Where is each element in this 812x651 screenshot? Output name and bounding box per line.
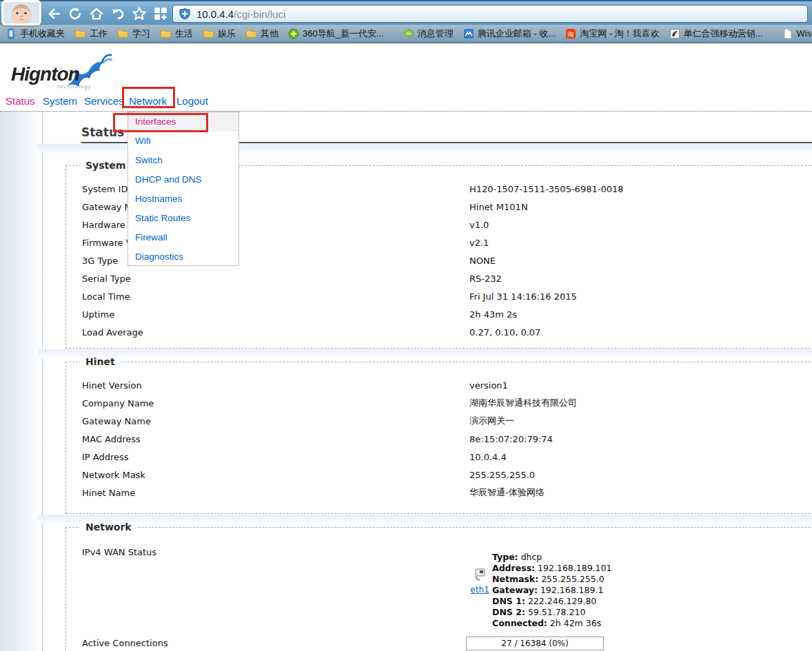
nav-bottom-dotted-line — [0, 111, 812, 112]
bookmark-label: 学习 — [132, 28, 150, 40]
browser-toolbar: 10.0.4.4/cgi-bin/luci — [0, 0, 812, 25]
bookmark-folder-work[interactable]: 工作 — [74, 28, 108, 40]
wan-interface-link[interactable]: eth1 — [468, 585, 491, 595]
table-row: MAC Address8e:15:07:20:79:74 — [66, 430, 812, 448]
bookmark-message-manager[interactable]: 消息管理 — [403, 28, 454, 40]
menu-item-switch[interactable]: Switch — [128, 151, 238, 170]
table-row: Network Mask255.255.255.0 — [66, 466, 812, 484]
bookmark-folder-study[interactable]: 学习 — [117, 28, 150, 40]
apps-grid-icon — [153, 6, 168, 21]
refresh-icon — [68, 6, 83, 21]
active-connections-progressbar: 27 / 16384 (0%) — [466, 637, 604, 650]
bookmarks-bar: 手机收藏夹 工作 学习 生活 娱乐 其他 360导航_新一代安... 消息管理 — [0, 25, 812, 43]
row-value: 2h 43m 2s — [469, 309, 812, 320]
wan-interface-block: eth1 — [468, 568, 491, 595]
system-legend: System — [80, 160, 131, 171]
table-row: Local TimeFri Jul 31 14:16:16 2015 — [66, 287, 812, 305]
row-label: Hinet Version — [82, 380, 469, 391]
bookmark-label: 单仁合强移动营销... — [684, 28, 763, 40]
favorites-button[interactable] — [131, 4, 148, 23]
stamp-icon — [669, 28, 680, 39]
folder-icon — [74, 28, 86, 39]
apps-button[interactable] — [152, 4, 169, 23]
row-label: Serial Type — [82, 273, 469, 284]
bookmark-360-nav[interactable]: 360导航_新一代安... — [288, 28, 384, 40]
logo-brand-text: Hignton — [11, 63, 79, 85]
home-button[interactable] — [88, 4, 105, 23]
browser-avatar[interactable] — [1, 0, 41, 25]
bookmark-label: 360导航_新一代安... — [303, 28, 384, 40]
wan-details: Type:dhcp Address:192.168.189.101 Netmas… — [492, 552, 611, 629]
avatar-photo — [3, 2, 39, 23]
table-row: IP Address10.0.4.4 — [66, 448, 812, 466]
network-legend: Network — [80, 521, 137, 533]
url-text: 10.0.4.4/cgi-bin/luci — [196, 8, 285, 20]
nav-status[interactable]: Status — [6, 95, 35, 107]
hinet-section: Hinet Hinet Versionversion1 Company Name… — [65, 362, 812, 514]
address-bar[interactable]: 10.0.4.4/cgi-bin/luci — [172, 5, 808, 23]
row-value: 0.27, 0.10, 0.07 — [469, 327, 812, 338]
folder-icon — [203, 28, 214, 39]
folder-icon — [245, 28, 257, 39]
bookmark-folder-other[interactable]: 其他 — [245, 28, 278, 40]
menu-item-wifi[interactable]: Wifi — [128, 132, 238, 151]
url-host: 10.0.4.4 — [196, 8, 234, 20]
refresh-button[interactable] — [67, 4, 83, 23]
table-row: Load Average0.27, 0.10, 0.07 — [66, 323, 812, 341]
network-section: Network IPv4 WAN Status eth1 Type:dhcp A… — [65, 527, 812, 651]
bookmark-danren-marketing[interactable]: 单仁合强移动营销... — [669, 28, 763, 40]
wan-detail-line: Type:dhcp — [492, 552, 611, 563]
wan-detail-line: Gateway:192.168.189.1 — [492, 585, 611, 596]
nav-logout[interactable]: Logout — [176, 95, 208, 107]
nav-services[interactable]: Services — [84, 95, 124, 107]
row-value: 华辰智通-体验网络 — [469, 486, 812, 499]
nav-system[interactable]: System — [43, 95, 77, 107]
ethernet-port-icon — [473, 568, 487, 581]
bookmark-label: 腾讯企业邮箱 - 收... — [478, 28, 556, 40]
row-label: Local Time — [82, 291, 469, 302]
home-icon — [89, 6, 104, 21]
bookmark-taobao[interactable]: 淘 淘宝网 - 淘！我喜欢 — [565, 28, 660, 40]
menu-item-firewall[interactable]: Firewall — [128, 228, 238, 247]
row-value: Fri Jul 31 14:16:16 2015 — [469, 291, 812, 302]
bookmark-label: WiseCRM NBS - ... — [797, 28, 812, 39]
row-value: v1.0 — [469, 220, 812, 230]
bookmark-phone-favorites[interactable]: 手机收藏夹 — [6, 28, 65, 40]
hinet-legend: Hinet — [80, 356, 121, 367]
taobao-icon: 淘 — [565, 28, 576, 39]
menu-item-diagnostics[interactable]: Diagnostics — [128, 247, 238, 267]
row-label: MAC Address — [82, 434, 469, 444]
table-row: Serial TypeRS-232 — [66, 269, 812, 287]
row-label: Hinet Name — [82, 488, 469, 498]
row-value: version1 — [469, 380, 812, 391]
row-value: 10.0.4.4 — [469, 452, 812, 462]
security-shield-icon[interactable] — [179, 8, 191, 20]
row-label: IP Address — [82, 452, 469, 462]
table-row: Hinet Versionversion1 — [66, 376, 812, 394]
menu-item-hostnames[interactable]: Hostnames — [128, 189, 238, 209]
row-label: Uptime — [82, 309, 469, 320]
menu-item-static-routes[interactable]: Static Routes — [128, 209, 238, 228]
wan-status-label: IPv4 WAN Status — [82, 547, 156, 557]
back-button[interactable] — [45, 4, 62, 23]
back-icon — [46, 6, 61, 21]
bookmark-label: 手机收藏夹 — [20, 28, 65, 40]
bookmark-folder-life[interactable]: 生活 — [160, 28, 193, 40]
phone-icon — [6, 28, 17, 39]
undo-button[interactable] — [110, 4, 126, 23]
page-left-gradient — [0, 111, 42, 651]
bookmark-tencent-mail[interactable]: 腾讯企业邮箱 - 收... — [463, 28, 556, 40]
section-band — [38, 515, 812, 523]
star-icon — [132, 6, 147, 21]
bookmark-label: 其他 — [261, 28, 278, 40]
row-label: Gateway Name — [82, 416, 469, 426]
bookmark-label: 生活 — [175, 28, 193, 40]
highlight-box-network — [122, 87, 175, 108]
row-value: Hinet M101N — [469, 202, 812, 212]
bookmark-folder-fun[interactable]: 娱乐 — [203, 28, 236, 40]
wan-detail-line: DNS 1:222.246.129.80 — [492, 596, 611, 607]
menu-item-dhcp-dns[interactable]: DHCP and DNS — [128, 170, 238, 189]
table-row: Company Name湖南华辰智通科技有限公司 — [66, 394, 812, 412]
bookmark-wisecrm[interactable]: WiseCRM NBS - ... — [782, 28, 812, 39]
logo-tagline: technology — [58, 83, 92, 90]
